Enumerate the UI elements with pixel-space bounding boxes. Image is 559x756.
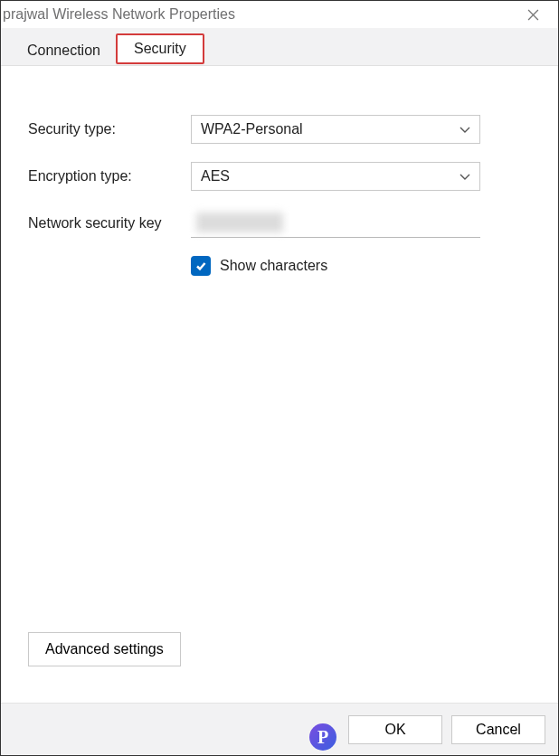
encryption-type-value: AES bbox=[201, 168, 230, 184]
security-type-value: WPA2-Personal bbox=[201, 121, 303, 137]
show-characters-label: Show characters bbox=[220, 258, 327, 274]
content-panel: Security type: WPA2-Personal Encryption … bbox=[1, 66, 558, 703]
row-network-key: Network security key bbox=[28, 209, 533, 238]
security-type-select[interactable]: WPA2-Personal bbox=[191, 115, 480, 144]
close-button[interactable] bbox=[513, 2, 553, 27]
window-title: prajwal Wireless Network Properties bbox=[3, 6, 235, 23]
ok-button[interactable]: OK bbox=[348, 715, 442, 744]
tab-security[interactable]: Security bbox=[116, 33, 204, 64]
advanced-settings-button[interactable]: Advanced settings bbox=[28, 632, 181, 666]
encryption-type-label: Encryption type: bbox=[28, 168, 191, 184]
tab-strip: Connection Security bbox=[1, 28, 558, 66]
checkmark-icon bbox=[194, 260, 207, 272]
close-icon bbox=[527, 9, 539, 21]
watermark-logo: P bbox=[307, 721, 339, 753]
tab-connection[interactable]: Connection bbox=[12, 34, 116, 66]
network-key-input[interactable] bbox=[191, 209, 480, 238]
row-show-characters: Show characters bbox=[191, 256, 533, 276]
cancel-button[interactable]: Cancel bbox=[451, 715, 545, 744]
footer-bar: P OK Cancel bbox=[1, 703, 558, 755]
blurred-password-area bbox=[196, 213, 283, 232]
show-characters-checkbox[interactable] bbox=[191, 256, 211, 276]
titlebar: prajwal Wireless Network Properties bbox=[1, 1, 558, 28]
row-encryption-type: Encryption type: AES bbox=[28, 162, 533, 191]
network-key-label: Network security key bbox=[28, 215, 191, 232]
row-security-type: Security type: WPA2-Personal bbox=[28, 115, 533, 144]
svg-text:P: P bbox=[317, 727, 328, 747]
encryption-type-select[interactable]: AES bbox=[191, 162, 480, 191]
security-type-label: Security type: bbox=[28, 121, 191, 137]
